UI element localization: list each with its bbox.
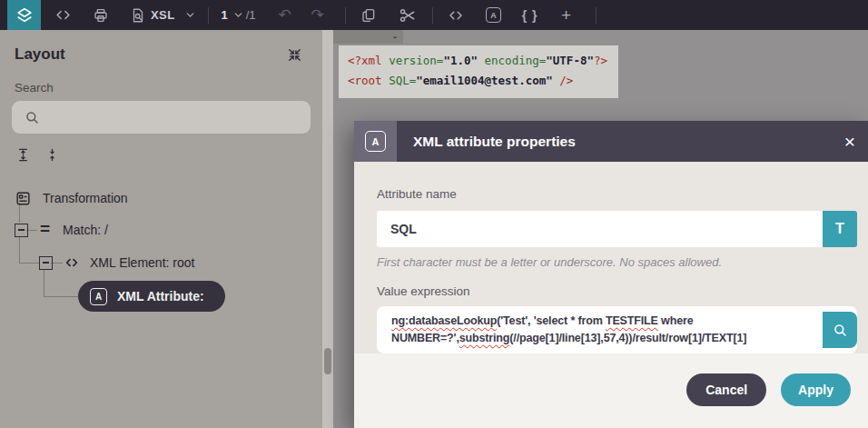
search-input[interactable] <box>41 110 311 124</box>
collapse-panel-icon[interactable] <box>287 47 302 63</box>
scrollbar-thumb[interactable] <box>324 348 331 374</box>
document-search-icon <box>130 7 146 24</box>
search-icon <box>24 109 41 126</box>
collapse-all-icon[interactable] <box>44 147 60 163</box>
transformation-icon <box>15 190 32 207</box>
xml-code[interactable]: <?xml version="1.0" encoding="UTF-8"?><r… <box>339 45 618 98</box>
top-toolbar: XSL 1 /1 ↶ ↷ <box>0 0 868 30</box>
redo-button[interactable]: ↷ <box>301 0 334 30</box>
vertical-scrollbar <box>322 30 333 428</box>
page-total: /1 <box>246 8 256 22</box>
xsl-label: XSL <box>151 8 174 22</box>
layers-logo-icon[interactable] <box>7 0 41 30</box>
tree-item-label: Match: / <box>63 223 108 237</box>
dialog-header: A XML attribute properties × <box>354 121 868 162</box>
layout-tree: Transformation = Match: / XML Element: r… <box>0 183 313 337</box>
dialog-body: Attribute name T First character must be… <box>354 162 868 353</box>
toolbar-separator <box>208 7 209 24</box>
app-window: XSL 1 /1 ↶ ↷ <box>0 0 868 428</box>
canvas-tab-strip: - <box>333 30 868 44</box>
chevron-down-icon <box>184 9 196 21</box>
attribute-name-label: Attribute name <box>377 187 457 201</box>
canvas-tab[interactable]: - <box>333 30 403 44</box>
attribute-name-input[interactable] <box>377 211 823 247</box>
text-type-button[interactable]: T <box>823 211 857 247</box>
value-expression-label: Value expression <box>377 284 857 298</box>
tree-item-label: XML Element: root <box>90 255 194 270</box>
search-box[interactable] <box>12 101 311 134</box>
attribute-name-hint: First character must be a letter or unde… <box>377 255 857 269</box>
copy-button[interactable] <box>352 0 385 30</box>
xsl-mode-selector[interactable]: XSL <box>124 0 202 30</box>
tree-item-transformation[interactable]: Transformation <box>15 189 128 207</box>
dialog-footer: Cancel Apply <box>354 353 868 428</box>
collapse-node-icon[interactable] <box>15 224 28 237</box>
collapse-node-icon[interactable] <box>39 256 53 270</box>
tree-item-xml-attribute-selected[interactable]: A XML Attribute: <box>78 281 225 312</box>
dialog-title: XML attribute properties <box>413 134 832 150</box>
value-expression-field[interactable]: ng:databaseLookup('Test', 'select * from… <box>377 306 857 353</box>
attribute-icon: A <box>486 7 501 23</box>
tree-item-match[interactable]: = Match: / <box>15 221 108 239</box>
search-label: Search <box>15 81 308 95</box>
add-button[interactable]: + <box>550 0 583 30</box>
expand-all-icon[interactable] <box>15 147 31 163</box>
tree-item-label: XML Attribute: <box>117 289 204 304</box>
tree-connector <box>19 237 39 264</box>
print-button[interactable] <box>84 0 117 30</box>
xml-attribute-properties-dialog: A XML attribute properties × Attribute n… <box>354 121 868 428</box>
page-selector[interactable]: 1 /1 <box>215 0 261 30</box>
value-expression-text: ng:databaseLookup('Test', 'select * from… <box>391 313 810 347</box>
toolbar-separator <box>345 7 346 24</box>
chevron-down-icon <box>232 9 244 21</box>
expression-search-button[interactable] <box>823 312 857 348</box>
toolbar-separator <box>432 7 433 24</box>
layout-sidebar: Layout Search <box>0 30 322 428</box>
tree-item-label: Transformation <box>43 191 128 205</box>
apply-button[interactable]: Apply <box>781 373 851 406</box>
insert-attribute-button[interactable]: A <box>478 0 510 30</box>
undo-button[interactable]: ↶ <box>269 0 301 30</box>
attribute-icon: A <box>90 288 107 305</box>
dialog-attribute-icon-badge: A <box>354 121 397 162</box>
tree-connector <box>44 270 78 297</box>
match-icon: = <box>40 219 50 239</box>
search-icon <box>832 322 849 339</box>
close-icon[interactable]: × <box>832 132 868 151</box>
code-view-button[interactable] <box>46 0 79 30</box>
toolbar-separator <box>596 7 597 24</box>
cut-scissors-button[interactable] <box>391 0 424 30</box>
insert-element-button[interactable] <box>439 0 472 30</box>
sidebar-title: Layout <box>15 45 65 64</box>
page-current: 1 <box>221 8 227 22</box>
tree-item-xml-element[interactable]: XML Element: root <box>39 254 194 272</box>
attribute-icon: A <box>365 131 386 152</box>
xml-element-icon <box>64 255 79 270</box>
cancel-button[interactable]: Cancel <box>686 373 766 406</box>
insert-braces-button[interactable]: { } <box>514 0 547 30</box>
